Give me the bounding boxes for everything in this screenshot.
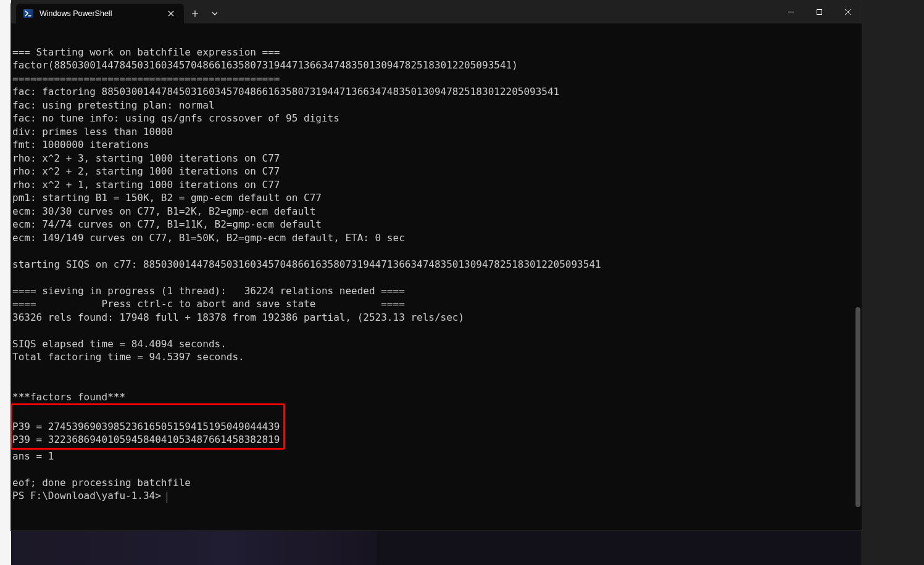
- terminal-scrollbar[interactable]: [855, 27, 860, 527]
- window-controls: [776, 0, 862, 23]
- maximize-button[interactable]: [805, 0, 833, 23]
- close-icon: [168, 10, 174, 17]
- tab-title: Windows PowerShell: [40, 9, 158, 18]
- svg-rect-2: [28, 15, 31, 17]
- terminal-lines-head: === Starting work on batchfile expressio…: [12, 46, 601, 403]
- terminal-lines-tail: ans = 1 eof; done processing batchfile: [12, 450, 191, 489]
- tab-close-button[interactable]: [164, 7, 178, 20]
- titlebar-drag-region[interactable]: [223, 0, 776, 23]
- new-tab-button[interactable]: [184, 4, 206, 23]
- tab-dropdown-button[interactable]: [206, 4, 223, 23]
- scrollbar-thumb[interactable]: [855, 307, 860, 507]
- plus-icon: [191, 10, 199, 17]
- terminal-window: Windows PowerShell: [11, 0, 862, 530]
- minimize-icon: [788, 9, 794, 15]
- powershell-icon: [23, 9, 33, 19]
- close-icon: [844, 9, 851, 15]
- tab-powershell[interactable]: Windows PowerShell: [16, 4, 184, 23]
- titlebar[interactable]: Windows PowerShell: [11, 0, 862, 23]
- terminal-cursor: [167, 492, 167, 503]
- background-left-edge: [0, 0, 11, 565]
- svg-rect-3: [817, 9, 822, 14]
- chevron-down-icon: [212, 10, 218, 17]
- terminal-body[interactable]: === Starting work on batchfile expressio…: [11, 23, 862, 530]
- window-close-button[interactable]: [833, 0, 862, 23]
- terminal-prompt: PS F:\Download\yafu-1.34>: [12, 490, 167, 501]
- svg-rect-1: [23, 9, 33, 18]
- factors-highlight-box: P39 = 2745396903985236165051594151950490…: [11, 403, 285, 450]
- maximize-icon: [816, 9, 823, 15]
- minimize-button[interactable]: [776, 0, 805, 23]
- taskbar-hint: [11, 530, 861, 565]
- terminal-output: === Starting work on batchfile expressio…: [12, 32, 862, 503]
- titlebar-leading-gap: [11, 0, 16, 23]
